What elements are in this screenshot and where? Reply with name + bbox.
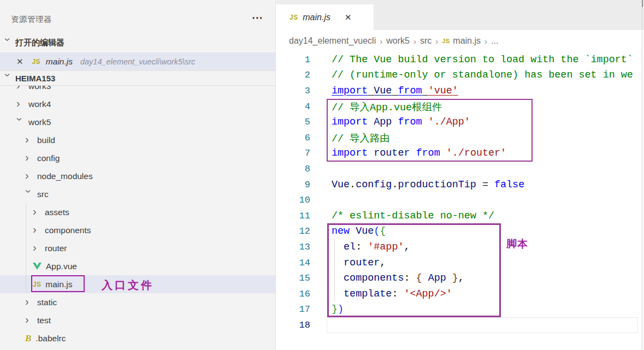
js-file-icon: JS — [33, 281, 41, 288]
open-editors-header[interactable]: › 打开的编辑器 — [0, 35, 275, 50]
code-line-1[interactable]: 1// The Vue build version to load with t… — [276, 52, 644, 68]
root-folder-header[interactable]: › HEIMA153 — [0, 70, 275, 86]
indent-guide — [26, 203, 26, 293]
tree-item-config[interactable]: ›config — [0, 149, 275, 167]
tree-item-work4[interactable]: ›work4 — [0, 95, 275, 113]
code-text: }) — [332, 304, 344, 315]
breadcrumb-separator: › — [485, 37, 487, 46]
line-number: 2 — [276, 70, 310, 80]
code-line-6[interactable]: 6// 导入路由 — [276, 130, 644, 146]
line-number: 17 — [276, 304, 310, 315]
code-line-12[interactable]: 12new Vue({ — [276, 224, 644, 240]
explorer-title: 资源管理器 — [11, 14, 52, 25]
code-line-9[interactable]: 9Vue.config.productionTip = false — [276, 177, 644, 193]
line-number: 7 — [276, 148, 310, 158]
chevron-right-icon: › — [16, 86, 24, 91]
code-text: /* eslint-disable no-new */ — [332, 210, 494, 222]
chevron-down-icon: › — [3, 73, 14, 81]
line-number: 6 — [276, 133, 310, 143]
open-editor-file-name: main.js — [46, 57, 73, 67]
js-file-icon: JS — [289, 14, 298, 21]
tree-item-test[interactable]: ›test — [0, 311, 275, 329]
line-number: 9 — [276, 180, 310, 190]
code-text: // (runtime-only or standalone) has been… — [332, 69, 633, 81]
code-editor: 1// The Vue build version to load with t… — [276, 52, 644, 350]
tree-item-node-modules[interactable]: ›node_modules — [0, 167, 275, 185]
breadcrumb-separator: › — [380, 37, 382, 46]
line-number: 16 — [276, 289, 310, 299]
tree-item-label: work5 — [28, 117, 51, 127]
code-line-8[interactable]: 8 — [276, 161, 644, 177]
more-actions-icon[interactable]: ⋯ — [252, 11, 263, 24]
open-editors-label: 打开的编辑器 — [15, 38, 64, 48]
line-number: 10 — [276, 195, 310, 205]
breadcrumb-item--[interactable]: ... — [491, 36, 498, 46]
tree-item-label: static — [37, 298, 57, 307]
current-line-highlight — [327, 317, 638, 333]
tab-bar: JS main.js ✕ — [276, 0, 644, 30]
tree-item-app-vue[interactable]: App.vue — [0, 257, 275, 275]
root-folder-label: HEIMA153 — [15, 74, 55, 83]
chevron-down-icon: › — [15, 117, 26, 125]
code-line-17[interactable]: 17}) — [276, 302, 644, 318]
code-line-11[interactable]: 11/* eslint-disable no-new */ — [276, 208, 644, 224]
code-line-4[interactable]: 4// 导入App.vue根组件 — [276, 99, 644, 115]
code-text: import router from './router' — [332, 147, 506, 159]
breadcrumb-item-src[interactable]: src — [420, 36, 432, 46]
tree-item-label: config — [37, 153, 60, 163]
code-line-5[interactable]: 5import App from './App' — [276, 114, 644, 130]
tree-item-label: App.vue — [46, 262, 77, 271]
chevron-right-icon: › — [25, 314, 33, 325]
tree-item-work3[interactable]: ›work3 — [0, 86, 275, 95]
breadcrumb-separator: › — [413, 37, 416, 46]
tree-item-static[interactable]: ›static — [0, 293, 275, 311]
line-number: 3 — [276, 86, 310, 96]
tree-item-src[interactable]: ›src — [0, 185, 275, 203]
code-line-3[interactable]: 3import Vue from 'vue' — [276, 83, 644, 99]
chevron-right-icon: › — [33, 206, 40, 217]
js-file-icon: JS — [442, 38, 450, 44]
code-line-16[interactable]: 16 template: '<App/>' — [276, 286, 644, 302]
tree-item-main-js[interactable]: JSmain.js — [0, 275, 275, 293]
chevron-down-icon: › — [3, 38, 14, 45]
tree-item-label: work4 — [28, 99, 51, 109]
line-number: 18 — [276, 320, 310, 330]
tree-item-label: components — [45, 226, 91, 235]
close-icon[interactable]: ✕ — [16, 57, 23, 67]
editor-group: JS main.js ✕ day14_element_vuecli›work5›… — [276, 0, 644, 350]
chevron-right-icon: › — [25, 170, 33, 181]
tree-item-label: router — [45, 244, 67, 253]
tree-item-label: assets — [45, 207, 69, 217]
code-line-13[interactable]: 13 el: '#app', — [276, 239, 644, 255]
tree-item-router[interactable]: ›router — [0, 239, 275, 257]
code-line-7[interactable]: 7import router from './router' — [276, 146, 644, 162]
tree-item-assets[interactable]: ›assets — [0, 203, 275, 221]
code-line-2[interactable]: 2// (runtime-only or standalone) has bee… — [276, 68, 644, 84]
right-edge-divider-cap — [642, 0, 643, 7]
code-line-14[interactable]: 14 router, — [276, 255, 644, 271]
tab-main-js[interactable]: JS main.js ✕ — [276, 4, 374, 30]
chevron-right-icon: › — [33, 224, 40, 235]
code-line-15[interactable]: 15 components: { App }, — [276, 270, 644, 286]
code-text: import Vue from 'vue' — [332, 85, 458, 97]
breadcrumb-item-main-js[interactable]: JSmain.js — [442, 36, 481, 46]
code-text: Vue.config.productionTip = false — [332, 179, 524, 191]
tree-item-babelrc[interactable]: B.babelrc — [0, 329, 275, 347]
code-text: el: '#app', — [332, 241, 410, 253]
close-icon[interactable]: ✕ — [345, 13, 352, 22]
tree-item-work5[interactable]: ›work5 — [0, 113, 275, 131]
tree-item-build[interactable]: ›build — [0, 131, 275, 149]
chevron-right-icon: › — [33, 242, 40, 253]
breadcrumb-item-label: ... — [491, 36, 498, 46]
code-text: // 导入路由 — [332, 131, 390, 145]
code-line-10[interactable]: 10 — [276, 192, 644, 208]
open-editor-item-main-js[interactable]: ✕ JS main.js day14_element_vuecli\work5\… — [0, 52, 275, 70]
breadcrumb-item-work5[interactable]: work5 — [386, 36, 410, 46]
tree-item-label: work3 — [28, 86, 51, 91]
breadcrumb-item-day14-element-vuecli[interactable]: day14_element_vuecli — [289, 36, 376, 46]
tab-label: main.js — [303, 13, 330, 22]
sidebar-title-row: 资源管理器 ⋯ — [0, 11, 275, 27]
line-number: 4 — [276, 102, 310, 112]
tree-item-components[interactable]: ›components — [0, 221, 275, 239]
breadcrumb-item-label: src — [420, 36, 432, 46]
